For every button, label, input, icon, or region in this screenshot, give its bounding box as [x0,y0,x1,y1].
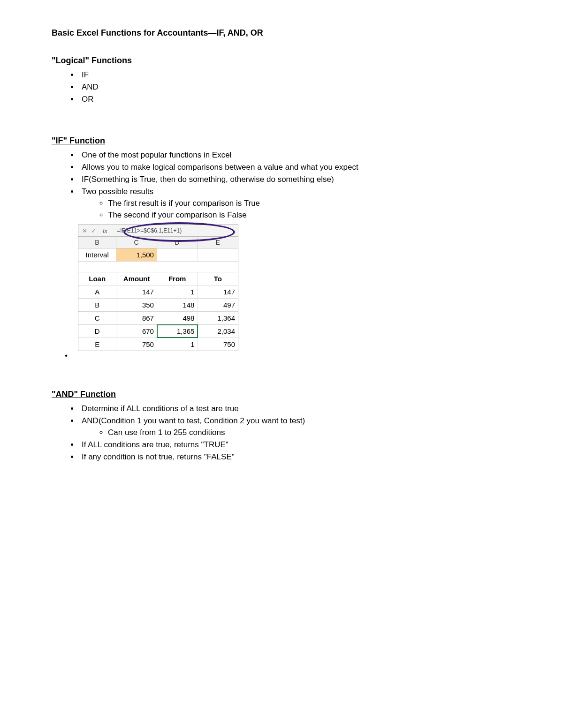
cell: 750 [116,338,157,351]
stray-bullet: • [65,351,511,360]
table-header-loan: Loan [78,272,116,285]
list-item: The second if your comparison is False [108,210,511,220]
cell-selected: 1,365 [157,325,198,338]
list-item: AND(Condition 1 you want to test, Condit… [79,416,511,437]
cell: A [78,285,116,298]
sublist-and-conditions: Can use from 1 to 255 conditions [82,428,511,437]
document-title: Basic Excel Functions for Accountants—IF… [52,28,511,38]
cell: 2,034 [198,325,238,338]
formula-text: =IF(E11>=$C$6,1,E11+1) [111,227,182,234]
cell: D [78,325,116,338]
cell: 147 [116,285,157,298]
table-row: C 867 498 1,364 [78,312,238,325]
cell: 750 [198,338,238,351]
cell: C [78,312,116,324]
list-item: OR [79,95,511,104]
document-page: Basic Excel Functions for Accountants—IF… [0,0,563,493]
table-header-amount: Amount [116,272,157,285]
list-logical-functions: IF AND OR [52,70,511,104]
enter-icon: ✓ [91,227,96,234]
list-item: If any condition is not true, returns "F… [79,452,511,462]
list-item: AND [79,83,511,92]
list-item: Can use from 1 to 255 conditions [108,428,511,437]
formula-bar: ✕ ✓ fx =IF(E11>=$C$6,1,E11+1) [78,225,238,237]
table-row: B 350 148 497 [78,299,238,312]
cell-empty [198,248,238,261]
list-and-function: Determine if ALL conditions of a test ar… [52,404,511,462]
cell: B [78,299,116,311]
cell: 147 [198,285,238,298]
cell: E [78,338,116,351]
col-header-e: E [198,237,238,248]
excel-screenshot: ✕ ✓ fx =IF(E11>=$C$6,1,E11+1) B C D E In… [78,225,238,351]
table-row: A 147 1 147 [78,285,238,299]
cell: 350 [116,299,157,311]
list-item-text: AND(Condition 1 you want to test, Condit… [82,416,305,425]
list-item-text: Two possible results [82,187,153,196]
table-row: D 670 1,365 2,034 [78,325,238,338]
cell: 867 [116,312,157,324]
col-header-c: C [116,237,157,248]
column-headers: B C D E [78,237,238,248]
heading-logical-functions: "Logical" Functions [52,56,511,66]
cell: 1 [157,338,198,351]
list-if-function: One of the most popular functions in Exc… [52,150,511,220]
table-row: E 750 1 750 [78,338,238,351]
heading-if-function: "IF" Function [52,136,511,146]
table-header-to: To [198,272,238,285]
sublist-if-results: The first result is if your comparison i… [82,199,511,220]
list-item: The first result is if your comparison i… [108,199,511,208]
list-item: Determine if ALL conditions of a test ar… [79,404,511,413]
cell-interval-label: Interval [78,248,116,261]
list-item: One of the most popular functions in Exc… [79,150,511,160]
table-header-from: From [157,272,198,285]
cell: 148 [157,299,198,311]
list-item: Allows you to make logical comparisons b… [79,163,511,172]
col-header-d: D [157,237,198,248]
cell: 1,364 [198,312,238,324]
cancel-icon: ✕ [82,227,87,234]
cell: 497 [198,299,238,311]
col-header-b: B [78,237,116,248]
cell: 498 [157,312,198,324]
fx-icon: fx [100,227,107,234]
spreadsheet-body: Interval 1,500 Loan Amount From To A 147… [78,248,238,351]
list-item: IF(Something is True, then do something,… [79,175,511,184]
list-item: IF [79,70,511,80]
list-item: Two possible results The first result is… [79,187,511,220]
list-item: If ALL conditions are true, returns "TRU… [79,440,511,450]
cell-empty [157,248,198,261]
heading-and-function: "AND" Function [52,390,511,399]
cell-interval-value: 1,500 [116,248,157,261]
cell: 670 [116,325,157,338]
cell: 1 [157,285,198,298]
